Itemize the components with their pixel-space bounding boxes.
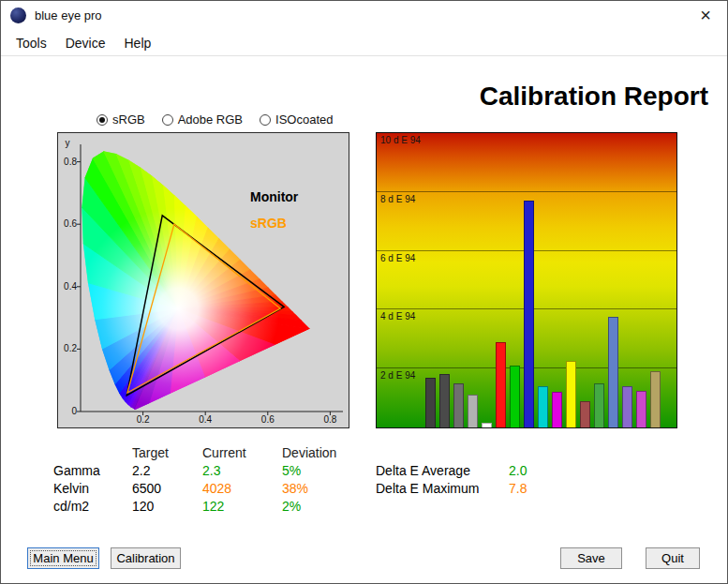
svg-text:0.6: 0.6 [64, 218, 77, 229]
menu-help[interactable]: Help [114, 32, 160, 54]
delta-e-average-label: Delta E Average [376, 462, 509, 479]
radio-icon [97, 114, 108, 126]
row-label-kelvin: Kelvin [53, 480, 132, 497]
delta-e-bar [482, 423, 492, 427]
delta-e-bar [594, 383, 604, 427]
table-corner [53, 444, 132, 461]
delta-e-maximum-label: Delta E Maximum [376, 480, 509, 497]
menu-device[interactable]: Device [56, 32, 115, 54]
row-label-cdm2: cd/m2 [53, 498, 132, 515]
cdm2-current: 122 [202, 498, 282, 515]
app-window: blue eye pro × Tools Device Help Calibra… [0, 0, 728, 584]
delta-e-bar [439, 374, 450, 427]
radio-label: ISOcoated [275, 112, 333, 127]
radio-icon [260, 114, 271, 126]
page-title: Calibration Report [480, 82, 708, 112]
svg-text:0.8: 0.8 [323, 414, 336, 425]
delta-e-bar [566, 361, 576, 427]
svg-text:0.2: 0.2 [137, 414, 150, 425]
menubar: Tools Device Help [1, 30, 727, 56]
gamma-current: 2.3 [202, 462, 282, 479]
kelvin-target: 6500 [132, 480, 202, 497]
svg-text:0.4: 0.4 [64, 281, 77, 292]
delta-e-bar [622, 386, 632, 427]
delta-e-bar [524, 201, 534, 427]
delta-e-bar-chart: 2 d E 944 d E 946 d E 948 d E 9410 d E 9… [376, 132, 677, 428]
gridline-label: 6 d E 94 [380, 253, 415, 263]
row-label-gamma: Gamma [53, 462, 132, 479]
delta-e-bar [580, 401, 590, 427]
delta-e-bar [650, 371, 661, 427]
gridline-label: 2 d E 94 [380, 370, 415, 381]
quit-button[interactable]: Quit [646, 547, 700, 569]
radio-icon [162, 114, 173, 126]
gamut-radio-group: sRGBAdobe RGBISOcoated [97, 112, 333, 127]
results-table: Target Current Deviation Gamma 2.2 2.3 5… [53, 444, 368, 515]
svg-text:y: y [66, 138, 70, 148]
kelvin-deviation: 38% [282, 480, 368, 497]
delta-e-bar [538, 386, 548, 427]
gamma-target: 2.2 [132, 462, 202, 479]
radio-label: sRGB [112, 112, 145, 127]
gridline-label: 10 d E 94 [380, 135, 421, 145]
delta-e-bar [453, 383, 464, 427]
col-header-target: Target [132, 444, 202, 461]
radio-srgb[interactable]: sRGB [97, 112, 145, 127]
radio-label: Adobe RGB [178, 112, 243, 127]
svg-text:0: 0 [71, 406, 77, 416]
col-header-deviation: Deviation [282, 444, 368, 461]
gridline-label: 4 d E 94 [380, 311, 415, 322]
col-header-current: Current [202, 444, 282, 461]
gridline-label: 8 d E 94 [380, 194, 415, 204]
bars [425, 133, 661, 427]
radio-isocoated[interactable]: ISOcoated [260, 112, 333, 127]
delta-e-bar [552, 392, 562, 427]
legend-monitor: Monitor [250, 189, 298, 204]
svg-text:0.8: 0.8 [64, 157, 77, 167]
delta-e-average-value: 2.0 [509, 462, 527, 479]
svg-text:0.6: 0.6 [261, 414, 275, 425]
window-title: blue eye pro [35, 8, 102, 22]
titlebar: blue eye pro × [1, 1, 727, 30]
cdm2-target: 120 [132, 498, 202, 515]
cdm2-deviation: 2% [282, 498, 368, 515]
gamma-deviation: 5% [282, 462, 368, 479]
delta-e-bar [496, 342, 506, 427]
cie-gamut-svg: y0.80.60.40.200.20.40.60.8 [58, 133, 349, 427]
kelvin-current: 4028 [202, 480, 282, 497]
delta-e-summary: Delta E Average 2.0 Delta E Maximum 7.8 [376, 462, 527, 497]
menu-tools[interactable]: Tools [7, 32, 56, 54]
svg-text:0.2: 0.2 [64, 343, 77, 353]
delta-e-bar [636, 391, 646, 427]
save-button[interactable]: Save [560, 547, 622, 569]
cie-chromaticity-chart: y0.80.60.40.200.20.40.60.8 Monitor sRGB [57, 132, 349, 428]
radio-adobe-rgb[interactable]: Adobe RGB [162, 112, 243, 127]
legend-srgb: sRGB [250, 216, 287, 231]
main-menu-button[interactable]: Main Menu [27, 547, 99, 569]
delta-e-bar [468, 395, 478, 427]
svg-text:0.4: 0.4 [199, 414, 212, 425]
close-icon[interactable]: × [684, 1, 727, 30]
delta-e-maximum-value: 7.8 [509, 480, 527, 497]
blue-sphere-icon [10, 7, 26, 23]
calibration-button[interactable]: Calibration [111, 547, 181, 569]
delta-e-bar [510, 366, 520, 427]
delta-e-bar [425, 378, 436, 427]
delta-e-bar [608, 317, 618, 427]
